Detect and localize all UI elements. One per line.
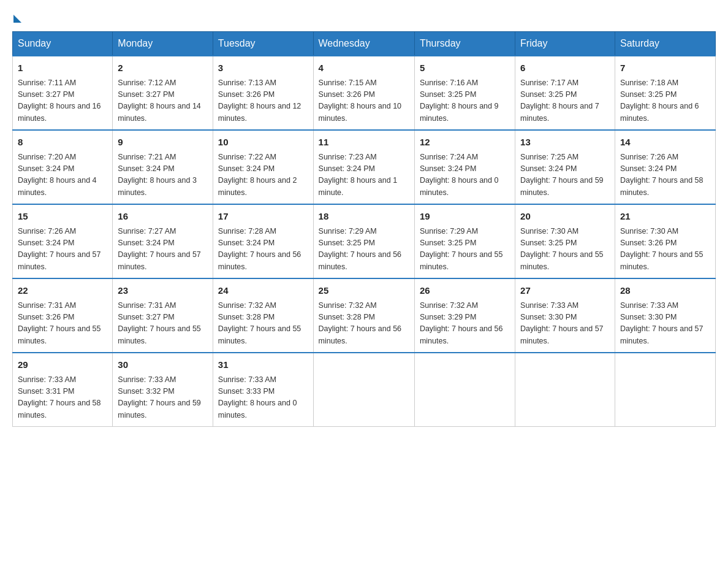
col-header-tuesday: Tuesday xyxy=(213,32,313,56)
calendar-cell: 25Sunrise: 7:32 AMSunset: 3:28 PMDayligh… xyxy=(313,278,414,353)
calendar-cell xyxy=(313,353,414,427)
day-number: 1 xyxy=(18,61,107,75)
day-info: Sunrise: 7:26 AMSunset: 3:24 PMDaylight:… xyxy=(620,151,710,199)
calendar-cell: 12Sunrise: 7:24 AMSunset: 3:24 PMDayligh… xyxy=(414,130,515,204)
calendar-cell: 29Sunrise: 7:33 AMSunset: 3:31 PMDayligh… xyxy=(13,353,113,427)
day-info: Sunrise: 7:32 AMSunset: 3:28 PMDaylight:… xyxy=(218,300,308,348)
day-info: Sunrise: 7:28 AMSunset: 3:24 PMDaylight:… xyxy=(218,226,308,274)
day-info: Sunrise: 7:26 AMSunset: 3:24 PMDaylight:… xyxy=(18,226,107,274)
day-info: Sunrise: 7:11 AMSunset: 3:27 PMDaylight:… xyxy=(18,77,107,125)
day-number: 26 xyxy=(420,284,510,298)
day-info: Sunrise: 7:27 AMSunset: 3:24 PMDaylight:… xyxy=(118,226,207,274)
day-info: Sunrise: 7:22 AMSunset: 3:24 PMDaylight:… xyxy=(218,151,308,199)
day-info: Sunrise: 7:15 AMSunset: 3:26 PMDaylight:… xyxy=(319,77,409,125)
day-number: 23 xyxy=(118,284,207,298)
day-info: Sunrise: 7:29 AMSunset: 3:25 PMDaylight:… xyxy=(319,226,409,274)
day-number: 8 xyxy=(18,136,107,150)
day-info: Sunrise: 7:32 AMSunset: 3:29 PMDaylight:… xyxy=(420,300,510,348)
calendar-cell xyxy=(515,353,615,427)
calendar-cell xyxy=(615,353,715,427)
logo-arrow-icon xyxy=(13,15,21,23)
calendar-cell: 23Sunrise: 7:31 AMSunset: 3:27 PMDayligh… xyxy=(113,278,213,353)
calendar-cell: 31Sunrise: 7:33 AMSunset: 3:33 PMDayligh… xyxy=(213,353,313,427)
day-number: 17 xyxy=(218,210,308,224)
calendar-cell: 6Sunrise: 7:17 AMSunset: 3:25 PMDaylight… xyxy=(515,56,615,130)
calendar-cell: 11Sunrise: 7:23 AMSunset: 3:24 PMDayligh… xyxy=(313,130,414,204)
day-number: 30 xyxy=(118,358,207,372)
day-number: 15 xyxy=(18,210,107,224)
calendar-cell: 9Sunrise: 7:21 AMSunset: 3:24 PMDaylight… xyxy=(113,130,213,204)
day-number: 25 xyxy=(319,284,409,298)
day-info: Sunrise: 7:16 AMSunset: 3:25 PMDaylight:… xyxy=(420,77,510,125)
calendar-cell: 26Sunrise: 7:32 AMSunset: 3:29 PMDayligh… xyxy=(414,278,515,353)
day-info: Sunrise: 7:20 AMSunset: 3:24 PMDaylight:… xyxy=(18,151,107,199)
day-number: 19 xyxy=(420,210,510,224)
day-info: Sunrise: 7:13 AMSunset: 3:26 PMDaylight:… xyxy=(218,77,308,125)
col-header-thursday: Thursday xyxy=(414,32,515,56)
calendar-cell: 10Sunrise: 7:22 AMSunset: 3:24 PMDayligh… xyxy=(213,130,313,204)
day-info: Sunrise: 7:33 AMSunset: 3:30 PMDaylight:… xyxy=(520,300,610,348)
day-number: 18 xyxy=(319,210,409,224)
day-info: Sunrise: 7:30 AMSunset: 3:26 PMDaylight:… xyxy=(620,226,710,274)
calendar-week-row-4: 22Sunrise: 7:31 AMSunset: 3:26 PMDayligh… xyxy=(13,278,716,353)
calendar-cell: 19Sunrise: 7:29 AMSunset: 3:25 PMDayligh… xyxy=(414,204,515,278)
day-number: 29 xyxy=(18,358,107,372)
calendar-cell: 4Sunrise: 7:15 AMSunset: 3:26 PMDaylight… xyxy=(313,56,414,130)
calendar-cell: 5Sunrise: 7:16 AMSunset: 3:25 PMDaylight… xyxy=(414,56,515,130)
calendar-week-row-3: 15Sunrise: 7:26 AMSunset: 3:24 PMDayligh… xyxy=(13,204,716,278)
day-number: 11 xyxy=(319,136,409,150)
calendar-week-row-5: 29Sunrise: 7:33 AMSunset: 3:31 PMDayligh… xyxy=(13,353,716,427)
calendar-cell: 30Sunrise: 7:33 AMSunset: 3:32 PMDayligh… xyxy=(113,353,213,427)
calendar-week-row-2: 8Sunrise: 7:20 AMSunset: 3:24 PMDaylight… xyxy=(13,130,716,204)
day-number: 13 xyxy=(520,136,610,150)
day-number: 2 xyxy=(118,61,207,75)
day-number: 27 xyxy=(520,284,610,298)
calendar-cell: 3Sunrise: 7:13 AMSunset: 3:26 PMDaylight… xyxy=(213,56,313,130)
calendar-cell: 16Sunrise: 7:27 AMSunset: 3:24 PMDayligh… xyxy=(113,204,213,278)
day-number: 24 xyxy=(218,284,308,298)
day-number: 6 xyxy=(520,61,610,75)
day-number: 16 xyxy=(118,210,207,224)
calendar-cell: 2Sunrise: 7:12 AMSunset: 3:27 PMDaylight… xyxy=(113,56,213,130)
day-info: Sunrise: 7:23 AMSunset: 3:24 PMDaylight:… xyxy=(319,151,409,199)
calendar-cell: 7Sunrise: 7:18 AMSunset: 3:25 PMDaylight… xyxy=(615,56,715,130)
col-header-friday: Friday xyxy=(515,32,615,56)
col-header-saturday: Saturday xyxy=(615,32,715,56)
calendar-cell: 1Sunrise: 7:11 AMSunset: 3:27 PMDaylight… xyxy=(13,56,113,130)
day-number: 21 xyxy=(620,210,710,224)
day-info: Sunrise: 7:33 AMSunset: 3:31 PMDaylight:… xyxy=(18,374,107,422)
day-info: Sunrise: 7:33 AMSunset: 3:32 PMDaylight:… xyxy=(118,374,207,422)
col-header-sunday: Sunday xyxy=(13,32,113,56)
logo xyxy=(12,12,21,19)
calendar-header-row: SundayMondayTuesdayWednesdayThursdayFrid… xyxy=(13,32,716,56)
day-info: Sunrise: 7:29 AMSunset: 3:25 PMDaylight:… xyxy=(420,226,510,274)
day-info: Sunrise: 7:31 AMSunset: 3:27 PMDaylight:… xyxy=(118,300,207,348)
calendar-cell: 17Sunrise: 7:28 AMSunset: 3:24 PMDayligh… xyxy=(213,204,313,278)
calendar-cell: 22Sunrise: 7:31 AMSunset: 3:26 PMDayligh… xyxy=(13,278,113,353)
day-number: 4 xyxy=(319,61,409,75)
day-info: Sunrise: 7:32 AMSunset: 3:28 PMDaylight:… xyxy=(319,300,409,348)
day-info: Sunrise: 7:33 AMSunset: 3:33 PMDaylight:… xyxy=(218,374,308,422)
calendar-cell: 15Sunrise: 7:26 AMSunset: 3:24 PMDayligh… xyxy=(13,204,113,278)
day-info: Sunrise: 7:30 AMSunset: 3:25 PMDaylight:… xyxy=(520,226,610,274)
calendar-cell: 27Sunrise: 7:33 AMSunset: 3:30 PMDayligh… xyxy=(515,278,615,353)
day-number: 5 xyxy=(420,61,510,75)
day-info: Sunrise: 7:17 AMSunset: 3:25 PMDaylight:… xyxy=(520,77,610,125)
day-number: 31 xyxy=(218,358,308,372)
day-number: 28 xyxy=(620,284,710,298)
day-info: Sunrise: 7:18 AMSunset: 3:25 PMDaylight:… xyxy=(620,77,710,125)
calendar-cell: 21Sunrise: 7:30 AMSunset: 3:26 PMDayligh… xyxy=(615,204,715,278)
day-number: 22 xyxy=(18,284,107,298)
calendar-cell: 18Sunrise: 7:29 AMSunset: 3:25 PMDayligh… xyxy=(313,204,414,278)
page-header xyxy=(12,12,716,19)
day-number: 14 xyxy=(620,136,710,150)
calendar-cell: 13Sunrise: 7:25 AMSunset: 3:24 PMDayligh… xyxy=(515,130,615,204)
calendar-cell: 24Sunrise: 7:32 AMSunset: 3:28 PMDayligh… xyxy=(213,278,313,353)
day-number: 7 xyxy=(620,61,710,75)
day-info: Sunrise: 7:31 AMSunset: 3:26 PMDaylight:… xyxy=(18,300,107,348)
day-info: Sunrise: 7:24 AMSunset: 3:24 PMDaylight:… xyxy=(420,151,510,199)
calendar-cell: 20Sunrise: 7:30 AMSunset: 3:25 PMDayligh… xyxy=(515,204,615,278)
day-number: 12 xyxy=(420,136,510,150)
day-info: Sunrise: 7:33 AMSunset: 3:30 PMDaylight:… xyxy=(620,300,710,348)
calendar-cell: 28Sunrise: 7:33 AMSunset: 3:30 PMDayligh… xyxy=(615,278,715,353)
